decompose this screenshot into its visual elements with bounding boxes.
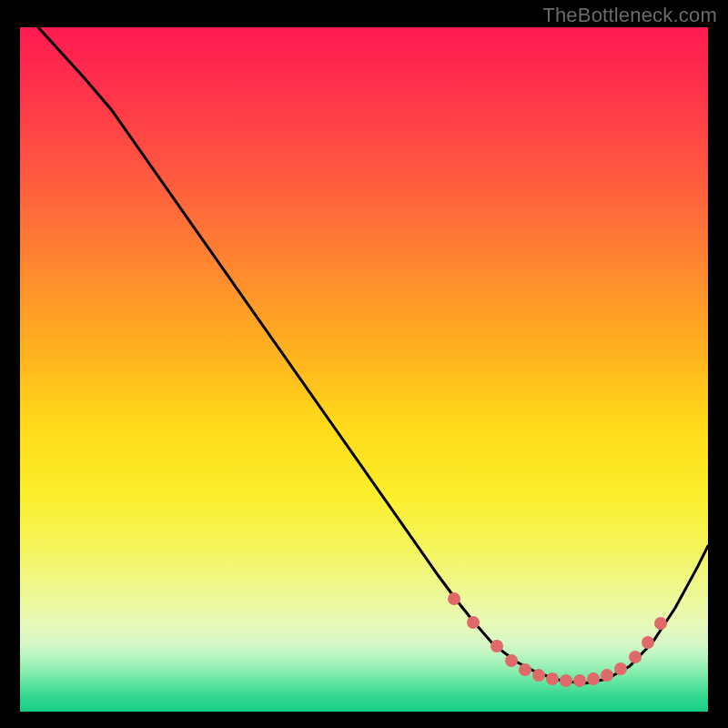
plot-area (20, 27, 708, 712)
data-marker (587, 672, 600, 685)
data-marker (560, 674, 572, 687)
data-marker (629, 651, 642, 663)
data-marker (614, 662, 627, 675)
overlay-svg (20, 27, 708, 712)
bottleneck-curve (38, 27, 708, 683)
data-marker (654, 617, 667, 630)
attribution-text: TheBottleneck.com (542, 4, 717, 27)
data-marker (532, 669, 545, 682)
data-marker (467, 616, 480, 629)
data-marker (519, 663, 531, 676)
chart-stage: TheBottleneck.com (0, 0, 728, 728)
data-marker (546, 672, 559, 685)
data-marker (448, 592, 460, 605)
data-marker (505, 654, 518, 667)
data-marker (642, 636, 654, 649)
data-marker (573, 674, 586, 687)
markers-group (448, 592, 667, 687)
data-marker (601, 669, 613, 682)
data-marker (490, 640, 503, 652)
